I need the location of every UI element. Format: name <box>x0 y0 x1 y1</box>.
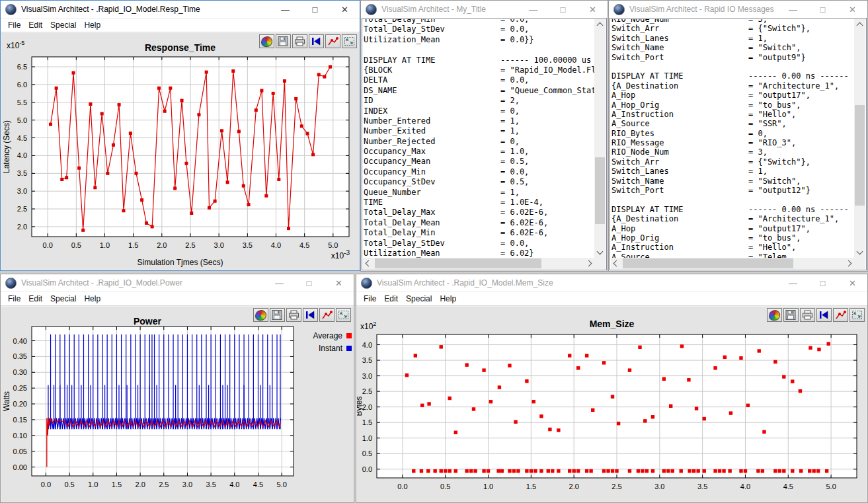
message-line: A_Instruction= "Hello", <box>612 243 854 252</box>
scrollbar-thumb[interactable] <box>855 105 865 206</box>
maximize-button[interactable]: □ <box>294 274 324 291</box>
fullscreen-button[interactable] <box>849 308 865 322</box>
scrollbar-thumb[interactable] <box>375 258 541 268</box>
plot-settings-icon <box>327 36 338 46</box>
menu-special[interactable]: Special <box>48 20 81 30</box>
scroll-down-icon[interactable] <box>597 249 604 255</box>
scroll-left-icon[interactable] <box>366 260 372 267</box>
vertical-scrollbar[interactable] <box>854 19 865 258</box>
svg-text:1.5: 1.5 <box>128 241 138 249</box>
menu-file[interactable]: File <box>5 294 26 303</box>
menu-special[interactable]: Special <box>403 294 437 303</box>
svg-text:2.0: 2.0 <box>135 481 145 488</box>
scroll-right-icon[interactable] <box>586 260 592 267</box>
minimize-button[interactable]: — <box>518 1 548 18</box>
message-line: INDEX= 0, <box>364 106 594 116</box>
menu-file[interactable]: File <box>361 294 381 303</box>
menu-help[interactable]: Help <box>81 20 106 30</box>
minimize-button[interactable]: — <box>270 1 300 18</box>
window-resp-time: VisualSim Architect - .Rapid_IO_Model.Re… <box>0 0 360 271</box>
svg-text:1.5: 1.5 <box>112 481 122 488</box>
scroll-right-icon[interactable] <box>846 260 852 267</box>
go-to-first-button[interactable] <box>303 308 318 322</box>
svg-text:0.00: 0.00 <box>13 463 27 471</box>
maximize-button[interactable]: □ <box>548 1 578 18</box>
window-title: VisualSim Architect - .Rapid_IO_Model.Re… <box>21 5 200 14</box>
text-display: Total_Delay_Min= 0.0,Total_Delay_StDev= … <box>362 18 607 270</box>
plot-toolbar <box>253 308 351 322</box>
close-button[interactable]: ✕ <box>838 274 867 291</box>
color-palette-button[interactable] <box>253 308 268 322</box>
menu-help[interactable]: Help <box>437 294 461 303</box>
print-icon <box>802 310 813 320</box>
message-line: Total_Delay_Mean= 6.02E-6, <box>364 218 594 228</box>
print-button[interactable] <box>800 308 815 322</box>
response-time-chart[interactable]: 2.02.53.03.54.04.55.05.56.06.50.00.51.01… <box>1 33 359 270</box>
scroll-down-icon[interactable] <box>857 249 863 255</box>
menu-special[interactable]: Special <box>48 294 81 303</box>
close-button[interactable]: ✕ <box>578 1 608 18</box>
visualsim-app-icon <box>361 278 372 289</box>
minimize-button[interactable]: — <box>778 1 808 18</box>
go-to-first-button[interactable] <box>309 34 324 48</box>
titlebar[interactable]: VisualSim Architect - Rapid IO Messages … <box>609 1 867 18</box>
scroll-left-icon[interactable] <box>613 260 620 267</box>
menu-edit[interactable]: Edit <box>26 294 48 303</box>
scroll-up-icon[interactable] <box>597 22 604 29</box>
save-button[interactable] <box>270 308 285 322</box>
color-palette-button[interactable] <box>259 34 274 48</box>
menu-file[interactable]: File <box>5 20 26 30</box>
close-button[interactable]: ✕ <box>324 274 354 291</box>
message-line <box>612 195 854 204</box>
save-button[interactable] <box>276 34 291 48</box>
x-axis-multiplier: x10-3 <box>331 249 350 260</box>
maximize-button[interactable]: □ <box>300 1 330 18</box>
titlebar[interactable]: VisualSim Architect - .Rapid_IO_Model.Me… <box>356 274 867 291</box>
save-button[interactable] <box>783 308 799 322</box>
chart-legend: Average Instant <box>294 329 352 354</box>
titlebar[interactable]: VisualSim Architect - My_Title — □ ✕ <box>361 1 608 18</box>
close-button[interactable]: ✕ <box>330 1 360 18</box>
svg-text:4.5: 4.5 <box>17 134 27 142</box>
svg-text:4.0: 4.0 <box>229 481 239 488</box>
plot-settings-button[interactable] <box>833 308 848 322</box>
horizontal-scrollbar[interactable] <box>611 258 854 269</box>
minimize-button[interactable]: — <box>264 274 294 291</box>
svg-text:0.5: 0.5 <box>362 449 372 457</box>
fullscreen-button[interactable] <box>336 308 351 322</box>
message-line: A_Hop_Orig= "to_bus", <box>612 100 854 110</box>
plot-settings-button[interactable] <box>325 34 340 48</box>
scrollbar-thumb[interactable] <box>595 157 605 224</box>
color-palette-button[interactable] <box>767 308 782 322</box>
minimize-button[interactable]: — <box>778 274 808 291</box>
scroll-up-icon[interactable] <box>857 22 863 29</box>
message-line: DISPLAY AT TIME------ 100.00000 us ---- <box>364 56 594 65</box>
fullscreen-button[interactable] <box>342 34 357 48</box>
titlebar[interactable]: VisualSim Architect - .Rapid_IO_Model.Po… <box>1 274 354 291</box>
message-line: Switch_Arr= {"Switch"}, <box>612 157 854 167</box>
menu-edit[interactable]: Edit <box>26 20 48 30</box>
print-button[interactable] <box>286 308 301 322</box>
menu-help[interactable]: Help <box>81 294 106 303</box>
svg-text:5.0: 5.0 <box>277 481 287 488</box>
save-icon <box>278 36 289 46</box>
plot-settings-button[interactable] <box>319 308 335 322</box>
maximize-button[interactable]: □ <box>808 1 838 18</box>
go-to-first-button[interactable] <box>816 308 832 322</box>
mem-size-chart[interactable]: 0.00.51.01.52.02.53.03.54.00.00.51.01.52… <box>357 307 867 502</box>
menu-edit[interactable]: Edit <box>381 294 403 303</box>
print-button[interactable] <box>292 34 307 48</box>
close-button[interactable]: ✕ <box>838 1 867 18</box>
message-line: RIO_Node_Num= 3, <box>612 147 854 157</box>
svg-text:3.5: 3.5 <box>243 241 253 249</box>
legend-label-instant: Instant <box>319 344 342 353</box>
scrollbar-thumb[interactable] <box>623 258 793 268</box>
maximize-button[interactable]: □ <box>808 274 838 291</box>
vertical-scrollbar[interactable] <box>594 19 606 258</box>
message-line: Total_Delay_StDev= 0.0, <box>364 24 594 34</box>
svg-text:Watts: Watts <box>2 391 11 411</box>
svg-text:0.0: 0.0 <box>43 241 53 249</box>
legend-swatch-average <box>346 333 352 338</box>
horizontal-scrollbar[interactable] <box>363 258 594 269</box>
titlebar[interactable]: VisualSim Architect - .Rapid_IO_Model.Re… <box>1 1 360 18</box>
